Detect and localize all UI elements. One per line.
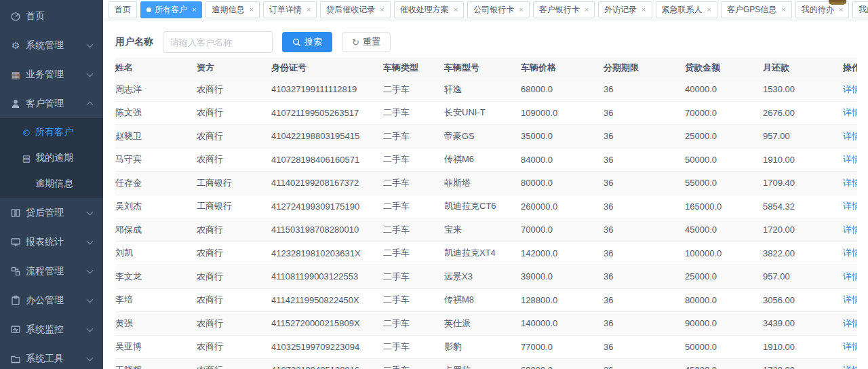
main-area: 首页 所有客户 × 逾期信息 × 订单详情 × 贷后催收记录 [103, 0, 868, 369]
cell-monthly-payment: 1720.00 [763, 365, 843, 369]
customer-name-input[interactable] [163, 31, 273, 53]
detail-link[interactable]: 详情 [843, 341, 857, 351]
cell-vehicle-price: 35000.0 [521, 131, 604, 141]
chevron-down-icon [87, 296, 94, 303]
sidebar-item-office-mgmt[interactable]: 办公管理 [0, 286, 103, 315]
cell-vehicle-price: 68000.0 [521, 84, 604, 94]
cell-vehicle-model: 传祺M6 [444, 153, 521, 166]
cell-term: 36 [604, 108, 685, 118]
tab-label: 逾期信息 [212, 4, 244, 16]
cell-funder: 农商行 [197, 364, 271, 369]
cell-loan-amount: 45000.0 [685, 365, 763, 369]
sidebar-item-postloan-mgmt[interactable]: 贷后管理 [0, 198, 103, 227]
tab-close-icon[interactable]: × [249, 6, 253, 14]
cell-term: 36 [604, 248, 685, 258]
tab-label: 紧急联系人 [662, 4, 703, 16]
sidebar-item-system-mgmt[interactable]: ⚙ 系统管理 [0, 31, 103, 60]
tab-close-icon[interactable]: × [707, 6, 711, 14]
tab[interactable]: 逾期信息 × [205, 1, 259, 18]
cell-term: 36 [604, 178, 685, 188]
sidebar-item-label: 系统工具 [26, 353, 64, 365]
cell-monthly-payment: 957.00 [763, 131, 843, 141]
tab[interactable]: 公司银行卡 × [467, 1, 529, 18]
table-row: 李培 农商行 41142119950822450X 二手车 传祺M8 12880… [115, 289, 857, 313]
detail-link[interactable]: 详情 [843, 318, 857, 328]
tab-close-icon[interactable]: × [307, 6, 311, 14]
detail-link[interactable]: 详情 [843, 271, 857, 281]
sidebar-item-process-mgmt[interactable]: 流程管理 [0, 256, 103, 286]
cell-monthly-payment: 2676.00 [763, 108, 843, 118]
tab-close-icon[interactable]: × [781, 6, 785, 14]
detail-link[interactable]: 详情 [843, 131, 857, 141]
tab[interactable]: 外访记录 × [598, 1, 652, 18]
detail-link[interactable]: 详情 [843, 225, 857, 235]
tab-label: 贷后催收记录 [326, 4, 375, 16]
cell-id-number: 411503198708280010 [271, 225, 383, 235]
sidebar-item-my-overdue[interactable]: ▤ 我的逾期 [0, 145, 103, 171]
sidebar-item-system-monitor[interactable]: 系统监控 [0, 315, 103, 344]
chevron-down-icon [87, 70, 94, 77]
cell-funder: 工商银行 [197, 177, 271, 189]
monitor-icon [10, 324, 21, 335]
tab[interactable]: 首页 [108, 1, 137, 18]
cell-funder: 农商行 [197, 83, 271, 96]
search-button[interactable]: 搜索 [282, 32, 332, 52]
cell-vehicle-price: 39000.0 [521, 271, 604, 281]
user-icon [10, 98, 21, 109]
tab-close-icon[interactable]: × [519, 6, 523, 14]
tab[interactable]: 订单详情 × [263, 1, 317, 18]
sidebar-item-home[interactable]: 首页 [0, 1, 103, 31]
tab-active-dot [146, 7, 151, 12]
tab[interactable]: 我的流程 × [852, 1, 868, 18]
sidebar-item-report-stats[interactable]: 报表统计 [0, 227, 103, 256]
col-header-vehicle-type: 车辆类型 [383, 62, 444, 74]
tab-close-icon[interactable]: × [642, 6, 646, 14]
clipboard-icon [10, 295, 21, 306]
tab[interactable]: 所有客户 × [140, 1, 202, 18]
cell-term: 36 [604, 84, 685, 94]
chevron-down-icon [87, 267, 94, 273]
tab[interactable]: 催收处理方案 × [394, 1, 464, 18]
sidebar-item-overdue-info[interactable]: 逾期信息 [0, 171, 103, 197]
cell-loan-amount: 45000.0 [685, 225, 763, 235]
avatar[interactable] [829, 0, 846, 5]
cell-vehicle-model: 帝豪GS [444, 130, 521, 142]
tab-close-icon[interactable]: × [839, 6, 843, 14]
cell-monthly-payment: 957.00 [763, 271, 843, 281]
cell-funder: 工商银行 [197, 200, 271, 212]
cell-funder: 农商行 [197, 106, 271, 119]
cell-id-number: 410325199709223094 [271, 342, 383, 352]
detail-link[interactable]: 详情 [843, 201, 857, 211]
chevron-down-icon [87, 208, 94, 215]
reset-button[interactable]: ↻ 重置 [342, 32, 391, 52]
sidebar-item-system-tools[interactable]: 系统工具 [0, 344, 103, 369]
tab-close-icon[interactable]: × [585, 6, 589, 14]
sidebar-item-label: 办公管理 [26, 294, 64, 307]
tab[interactable]: 紧急联系人 × [656, 1, 717, 18]
detail-link[interactable]: 详情 [843, 84, 857, 94]
tab-close-icon[interactable]: × [454, 6, 458, 14]
detail-link[interactable]: 详情 [843, 178, 857, 188]
tab-close-icon[interactable]: × [192, 6, 196, 14]
sidebar-item-business-mgmt[interactable]: ▦ 业务管理 [0, 60, 103, 89]
cell-vehicle-type: 二手车 [383, 106, 444, 119]
detail-link[interactable]: 详情 [843, 294, 857, 305]
tab[interactable]: 客户GPS信息 × [721, 1, 792, 18]
cell-monthly-payment: 1720.00 [763, 225, 843, 235]
tab[interactable]: 客户银行卡 × [533, 1, 595, 18]
search-toolbar: 用户名称 搜索 ↻ 重置 [115, 31, 857, 53]
cell-vehicle-type: 二手车 [383, 247, 444, 259]
tab[interactable]: 贷后催收记录 × [320, 1, 390, 18]
detail-link[interactable]: 详情 [843, 248, 857, 258]
detail-link[interactable]: 详情 [843, 154, 857, 164]
detail-link[interactable]: 详情 [843, 365, 857, 369]
detail-link[interactable]: 详情 [843, 107, 857, 117]
cell-name: 吴亚博 [115, 341, 197, 353]
sidebar-item-all-customers[interactable]: © 所有客户 [0, 119, 103, 145]
sidebar-item-customer-mgmt[interactable]: 客户管理 [0, 89, 103, 118]
table-row: 王晓辉 农商行 410723199405128816 二手车 卡罗拉 69000… [115, 359, 857, 369]
chevron-down-icon [87, 354, 94, 361]
cell-vehicle-model: 英仕派 [444, 317, 521, 330]
tab-close-icon[interactable]: × [380, 6, 384, 14]
cell-id-number: 410721199505263517 [271, 108, 383, 118]
